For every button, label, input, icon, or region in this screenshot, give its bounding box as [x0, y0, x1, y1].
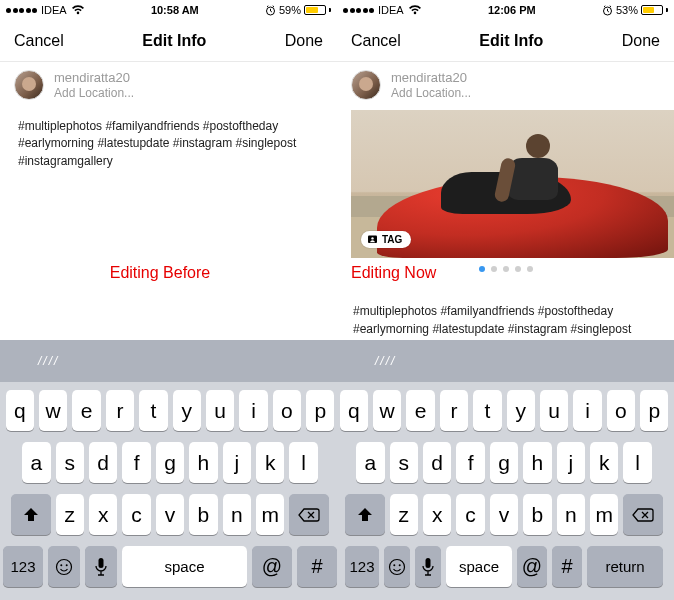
key-hash[interactable]: #: [297, 546, 337, 587]
key-m[interactable]: m: [256, 494, 284, 535]
key-c[interactable]: c: [122, 494, 150, 535]
hashtag[interactable]: #earlymorning: [353, 322, 429, 336]
key-s[interactable]: s: [56, 442, 84, 483]
key-f[interactable]: f: [122, 442, 150, 483]
key-a[interactable]: a: [356, 442, 384, 483]
key-at[interactable]: @: [252, 546, 292, 587]
hashtag[interactable]: #familyandfriends: [437, 304, 534, 318]
username-label[interactable]: mendiratta20: [391, 70, 471, 86]
key-k[interactable]: k: [256, 442, 284, 483]
username-label[interactable]: mendiratta20: [54, 70, 134, 86]
key-f[interactable]: f: [456, 442, 484, 483]
hashtag[interactable]: #latestupdate: [429, 322, 504, 336]
key-at[interactable]: @: [517, 546, 547, 587]
key-n[interactable]: n: [557, 494, 585, 535]
key-l[interactable]: l: [623, 442, 651, 483]
key-d[interactable]: d: [89, 442, 117, 483]
tag-people-button[interactable]: TAG: [361, 231, 411, 248]
hashtag[interactable]: #singlepost: [232, 136, 296, 150]
key-p[interactable]: p: [640, 390, 668, 431]
avatar[interactable]: [14, 70, 44, 100]
key-p[interactable]: p: [306, 390, 334, 431]
key-hash[interactable]: #: [552, 546, 582, 587]
key-numbers[interactable]: 123: [3, 546, 43, 587]
key-v[interactable]: v: [156, 494, 184, 535]
key-d[interactable]: d: [423, 442, 451, 483]
key-return[interactable]: return: [587, 546, 663, 587]
key-o[interactable]: o: [607, 390, 635, 431]
page-title: Edit Info: [142, 32, 206, 50]
key-emoji[interactable]: [384, 546, 410, 587]
hashtag[interactable]: #latestupdate: [94, 136, 169, 150]
key-x[interactable]: x: [89, 494, 117, 535]
post-photo[interactable]: TAG: [337, 110, 674, 272]
key-space[interactable]: space: [122, 546, 247, 587]
key-z[interactable]: z: [390, 494, 418, 535]
key-b[interactable]: b: [523, 494, 551, 535]
key-l[interactable]: l: [289, 442, 317, 483]
key-dictation[interactable]: [415, 546, 441, 587]
key-z[interactable]: z: [56, 494, 84, 535]
done-button[interactable]: Done: [622, 32, 660, 50]
hashtag[interactable]: #earlymorning: [18, 136, 94, 150]
key-q[interactable]: q: [6, 390, 34, 431]
avatar[interactable]: [351, 70, 381, 100]
key-dictation[interactable]: [85, 546, 117, 587]
key-w[interactable]: w: [373, 390, 401, 431]
keyboard[interactable]: //// //// qwertyuiopasdfghjklzxcvbnm123s…: [0, 340, 674, 600]
key-j[interactable]: j: [223, 442, 251, 483]
key-m[interactable]: m: [590, 494, 618, 535]
hashtag[interactable]: #postoftheday: [534, 304, 613, 318]
key-a[interactable]: a: [22, 442, 50, 483]
key-e[interactable]: e: [72, 390, 100, 431]
key-u[interactable]: u: [540, 390, 568, 431]
key-t[interactable]: t: [473, 390, 501, 431]
key-v[interactable]: v: [490, 494, 518, 535]
key-u[interactable]: u: [206, 390, 234, 431]
key-t[interactable]: t: [139, 390, 167, 431]
hashtag[interactable]: #postoftheday: [199, 119, 278, 133]
hashtag[interactable]: #multiplephotos: [353, 304, 437, 318]
key-y[interactable]: y: [173, 390, 201, 431]
cancel-button[interactable]: Cancel: [14, 32, 64, 50]
add-location-button[interactable]: Add Location...: [54, 86, 134, 100]
key-n[interactable]: n: [223, 494, 251, 535]
hashtag[interactable]: #familyandfriends: [102, 119, 199, 133]
key-q[interactable]: q: [340, 390, 368, 431]
hashtag[interactable]: #singlepost: [567, 322, 631, 336]
key-c[interactable]: c: [456, 494, 484, 535]
key-r[interactable]: r: [106, 390, 134, 431]
key-i[interactable]: i: [573, 390, 601, 431]
hashtag[interactable]: #instagramgallery: [18, 154, 113, 168]
hashtag[interactable]: #instagram: [169, 136, 232, 150]
key-shift[interactable]: [11, 494, 51, 535]
caption-input[interactable]: #multiplephotos#familyandfriends#postoft…: [0, 110, 337, 170]
key-e[interactable]: e: [406, 390, 434, 431]
key-r[interactable]: r: [440, 390, 468, 431]
key-g[interactable]: g: [490, 442, 518, 483]
key-backspace[interactable]: [623, 494, 663, 535]
key-j[interactable]: j: [557, 442, 585, 483]
key-h[interactable]: h: [189, 442, 217, 483]
key-w[interactable]: w: [39, 390, 67, 431]
cancel-button[interactable]: Cancel: [351, 32, 401, 50]
add-location-button[interactable]: Add Location...: [391, 86, 471, 100]
key-y[interactable]: y: [507, 390, 535, 431]
key-emoji[interactable]: [48, 546, 80, 587]
key-h[interactable]: h: [523, 442, 551, 483]
key-i[interactable]: i: [239, 390, 267, 431]
key-g[interactable]: g: [156, 442, 184, 483]
key-s[interactable]: s: [390, 442, 418, 483]
keyboard-suggestion-bar[interactable]: //// ////: [0, 340, 674, 382]
key-backspace[interactable]: [289, 494, 329, 535]
key-shift[interactable]: [345, 494, 385, 535]
key-space[interactable]: space: [446, 546, 512, 587]
hashtag[interactable]: #multiplephotos: [18, 119, 102, 133]
hashtag[interactable]: #instagram: [504, 322, 567, 336]
done-button[interactable]: Done: [285, 32, 323, 50]
key-b[interactable]: b: [189, 494, 217, 535]
key-numbers[interactable]: 123: [345, 546, 379, 587]
key-k[interactable]: k: [590, 442, 618, 483]
key-o[interactable]: o: [273, 390, 301, 431]
key-x[interactable]: x: [423, 494, 451, 535]
